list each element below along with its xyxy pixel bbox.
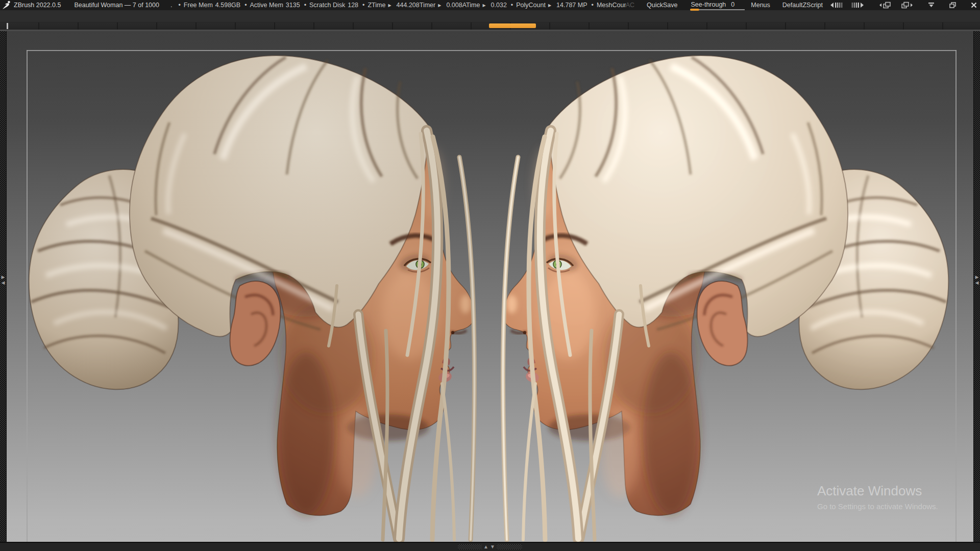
stat-item: •Active Mem3135 [240,2,300,9]
tab-segment[interactable] [629,22,668,30]
stat-val: 14.787 MP [556,2,587,9]
timeline-scrub-left-icon[interactable] [830,2,843,8]
title-dot-separator: . [170,2,172,9]
document-title: Beautiful Woman — 7 of 1000 [74,2,159,9]
stat-val: 0.008 [446,2,462,9]
stat-item: •ZTime▶444.208 [358,2,420,9]
divider-grip-left[interactable] [458,544,482,549]
stat-pre: • [178,2,180,9]
tab-segment[interactable] [747,22,786,30]
stat-lbl: MeshCount [597,2,626,9]
stat-pre: • [244,2,247,9]
document-canvas[interactable]: Activate Windows Go to Settings to activ… [7,31,973,542]
tab-segment[interactable] [157,22,197,30]
right-tray-divider[interactable]: ▶ ◀ [973,31,980,542]
divider-up-arrow-icon[interactable]: ▲ [483,544,488,549]
menus-button[interactable]: Menus [751,2,770,9]
bottom-tray-divider[interactable]: ▲ ▼ [458,544,522,549]
stat-pre: • [362,2,364,9]
stat-val: 128 [348,2,358,9]
stat-pre: • [304,2,306,9]
stat-lbl: Free Mem [184,2,213,9]
titlebar: ZBrush 2022.0.5 Beautiful Woman — 7 of 1… [0,0,980,10]
sculpt-model[interactable] [7,31,973,542]
restore-button[interactable] [949,2,956,8]
cascade-windows-right-icon[interactable] [900,2,913,9]
bottom-bar: ▲ ▼ [0,542,980,551]
app-title: ZBrush 2022.0.5 [14,2,61,9]
stat-item: Timer▶0.008 [420,2,462,9]
tray-close-arrow-icon[interactable]: ◀ [975,281,979,285]
stat-val: 4.598GB [215,2,240,9]
titlebar-stats: •Free Mem4.598GB•Active Mem3135•Scratch … [174,2,625,9]
defaultzscript-button[interactable]: DefaultZScript [782,2,823,9]
zbrush-logo-icon [2,1,12,10]
tab-active-indicator[interactable] [489,23,536,28]
see-through-label: See-through [691,1,726,8]
cascade-windows-left-icon[interactable] [879,2,892,9]
tab-segment[interactable] [865,22,904,30]
close-button[interactable] [971,2,977,8]
left-tray-divider[interactable]: ▶ ◀ [0,31,7,542]
left-tray-arrows[interactable]: ▶ ◀ [0,275,6,285]
workspace: ▶ ◀ Activate Windows Go to Settings to a… [0,31,980,542]
stat-arrow: ▶ [438,3,441,8]
see-through-slider[interactable]: See-through 0 [690,0,738,10]
tray-open-arrow-icon[interactable]: ▶ [975,275,979,280]
tab-segment[interactable] [668,22,707,30]
stat-pre: • [592,2,594,9]
tab-segment[interactable] [707,22,747,30]
tab-segment[interactable] [432,22,472,30]
see-through-value: 0 [731,1,734,8]
minimize-button[interactable] [928,2,935,8]
stat-arrow: ▶ [388,3,391,8]
tab-segment[interactable] [39,22,79,30]
stat-lbl: Scratch Disk [309,2,345,9]
tab-segment[interactable] [943,22,980,30]
tray-close-arrow-icon[interactable]: ◀ [2,281,5,285]
stat-lbl: ZTime [368,2,385,9]
ac-indicator: AC [626,2,634,9]
tab-segment[interactable] [79,22,118,30]
tab-strip [0,22,980,30]
tab-segment[interactable] [236,22,275,30]
tab-segment[interactable] [197,22,236,30]
stat-item: •Scratch Disk128 [300,2,358,9]
stat-lbl: ATime [462,2,480,9]
divider-down-arrow-icon[interactable]: ▼ [490,544,495,549]
zbrush-window: ZBrush 2022.0.5 Beautiful Woman — 7 of 1… [0,0,980,551]
tab-segment[interactable] [118,22,157,30]
tab-segment[interactable] [354,22,393,30]
see-through-thumb[interactable] [690,9,699,11]
menu-band [0,10,980,22]
stat-item: •Free Mem4.598GB [174,2,240,9]
titlebar-right-cluster: AC QuickSave See-through 0 Menus Default… [626,0,977,10]
tab-segment[interactable] [550,22,590,30]
stat-item: •MeshCount▶19 [587,2,626,9]
tab-segment[interactable] [275,22,314,30]
tab-segment[interactable] [0,22,39,30]
tab-segment[interactable] [904,22,943,30]
stat-lbl: Timer [420,2,435,9]
tab-segment[interactable] [590,22,629,30]
timeline-scrub-right-icon[interactable] [851,2,864,8]
stat-val: 444.208 [397,2,420,9]
stat-arrow: ▶ [482,3,485,8]
tray-open-arrow-icon[interactable]: ▶ [2,275,5,280]
right-tray-arrows[interactable]: ▶ ◀ [974,275,980,285]
tab-segment[interactable] [393,22,432,30]
stat-val: 0.032 [491,2,507,9]
tab-segment[interactable] [825,22,865,30]
tab-segment[interactable] [786,22,825,30]
quicksave-button[interactable]: QuickSave [647,2,677,9]
stat-val: 3135 [286,2,300,9]
titlebar-icons [830,2,977,9]
stat-item: ATime▶0.032 [462,2,507,9]
stat-lbl: Active Mem [250,2,283,9]
stat-lbl: PolyCount [516,2,546,9]
text-cursor-tick [7,23,8,29]
tab-segment[interactable] [314,22,354,30]
stat-pre: • [511,2,513,9]
divider-grip-right[interactable] [497,544,522,549]
stat-item: •PolyCount▶14.787 MP [507,2,587,9]
